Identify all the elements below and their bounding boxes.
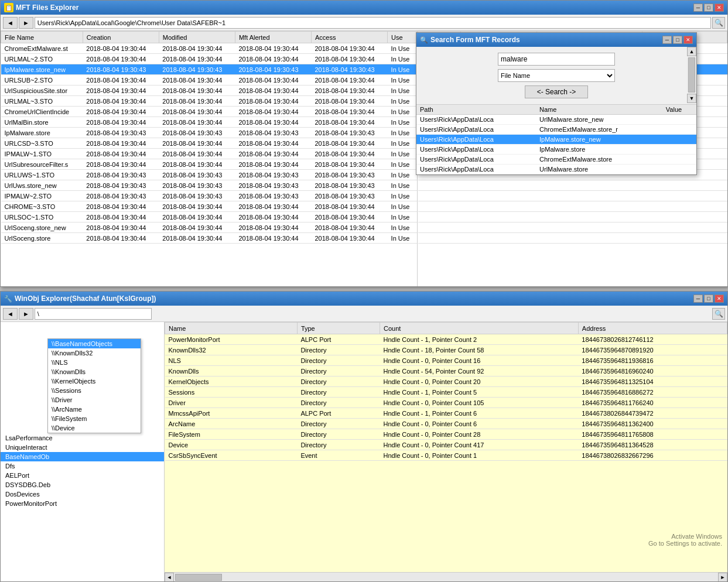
mft-row[interactable]: IpMalware.store2018-08-04 19:30:432018-0… — [1, 128, 417, 138]
col-mft-alerted[interactable]: Mft Alerted — [235, 32, 311, 43]
col-filename[interactable]: File Name — [1, 32, 83, 43]
winobj-tree-item[interactable]: DSYSDBG.Deb — [1, 480, 164, 489]
mft-row[interactable]: ChromeUrlClientIncide2018-08-04 19:30:44… — [1, 107, 417, 117]
winobj-row[interactable]: FileSystemDirectoryHndle Count - 0, Poin… — [165, 429, 727, 440]
winobj-close-btn[interactable]: ✕ — [715, 295, 724, 303]
mft-close-btn[interactable]: ✕ — [715, 4, 724, 12]
search-result-row[interactable]: Users\Rick\AppData\LocaChromeExtMalware.… — [416, 125, 696, 135]
winobj-scrollbar-h[interactable]: ◄ ► — [165, 572, 727, 581]
mft-row[interactable]: UrlMalBin.store2018-08-04 19:30:442018-0… — [1, 117, 417, 128]
search-close-btn[interactable]: ✕ — [683, 36, 693, 44]
autocomplete-item[interactable]: \\Sessions — [48, 386, 141, 395]
autocomplete-item[interactable]: \\BaseNamedObjects — [48, 339, 141, 348]
search-execute-btn[interactable]: <- Search -> — [525, 85, 589, 98]
mft-row[interactable]: ChromeExtMalware.st2018-08-04 19:30:4420… — [1, 43, 417, 54]
mft-right-row[interactable] — [418, 212, 727, 222]
winobj-row[interactable]: KernelObjectsDirectoryHndle Count - 0, P… — [165, 376, 727, 387]
mft-main-table[interactable]: File Name Creation Modified Mft Alerted … — [1, 31, 417, 286]
winobj-col-type[interactable]: Type — [297, 323, 380, 334]
mft-row[interactable]: URLCSD~3.STO2018-08-04 19:30:442018-08-0… — [1, 138, 417, 149]
mft-right-row[interactable] — [418, 233, 727, 244]
col-creation[interactable]: Creation — [83, 32, 159, 43]
autocomplete-item[interactable]: \\Device — [48, 423, 141, 433]
autocomplete-item[interactable]: \\KernelObjects — [48, 376, 141, 386]
winobj-row[interactable]: DeviceDirectoryHndle Count - 0, Pointer … — [165, 440, 727, 450]
mft-row[interactable]: UrlUws.store_new2018-08-04 19:30:432018-… — [1, 180, 417, 191]
mft-right-row[interactable] — [418, 222, 727, 233]
search-result-row[interactable]: Users\Rick\AppData\LocaUrlMalware.store_… — [416, 115, 696, 125]
mft-row[interactable]: IPMALW~2.STO2018-08-04 19:30:432018-08-0… — [1, 191, 417, 201]
search-minimize-btn[interactable]: ─ — [662, 36, 672, 44]
winobj-scroll-right[interactable]: ► — [718, 573, 727, 581]
winobj-tree-item[interactable]: Dfs — [1, 461, 164, 471]
winobj-back-btn[interactable]: ◄ — [3, 308, 18, 320]
search-scrollbar-v[interactable]: ▲ ▼ — [687, 47, 696, 174]
winobj-row[interactable]: MmcssApiPortALPC PortHndle Count - 1, Po… — [165, 408, 727, 419]
mft-row[interactable]: URLUWS~1.STO2018-08-04 19:30:432018-08-0… — [1, 170, 417, 180]
mft-right-row[interactable] — [418, 191, 727, 201]
winobj-row[interactable]: CsrSbSyncEventEventHndle Count - 0, Poin… — [165, 450, 727, 461]
autocomplete-item[interactable]: \\KnownDlls — [48, 367, 141, 376]
winobj-tree-item[interactable]: AELPort — [1, 471, 164, 480]
winobj-minimize-btn[interactable]: ─ — [693, 295, 703, 303]
winobj-row[interactable]: ArcNameDirectoryHndle Count - 0, Pointer… — [165, 419, 727, 429]
winobj-row[interactable]: DriverDirectoryHndle Count - 0, Pointer … — [165, 398, 727, 408]
mft-row[interactable]: UrlSubresourceFilter.s2018-08-04 19:30:4… — [1, 159, 417, 170]
winobj-go-btn[interactable]: 🔍 — [712, 308, 725, 320]
mft-go-btn[interactable]: 🔍 — [712, 17, 725, 29]
winobj-row[interactable]: NLSDirectoryHndle Count - 0, Pointer Cou… — [165, 355, 727, 366]
autocomplete-item[interactable]: \\KnownDlls32 — [48, 348, 141, 358]
winobj-tree-item[interactable]: UniqueInteract — [1, 443, 164, 452]
winobj-tree-item[interactable]: BaseNamedOb — [1, 452, 164, 461]
winobj-forward-btn[interactable]: ► — [19, 308, 33, 320]
mft-row[interactable]: URLSUB~2.STO2018-08-04 19:30:442018-08-0… — [1, 75, 417, 85]
mft-row[interactable]: UrlSuspiciousSite.stor2018-08-04 19:30:4… — [1, 85, 417, 96]
winobj-col-address[interactable]: Address — [578, 323, 727, 334]
mft-forward-btn[interactable]: ► — [19, 17, 33, 29]
winobj-address-bar[interactable] — [35, 308, 152, 320]
winobj-tree-item[interactable]: DosDevices — [1, 489, 164, 499]
autocomplete-item[interactable]: \\FileSystem — [48, 414, 141, 423]
mft-right-row[interactable] — [418, 180, 727, 191]
mft-row[interactable]: IpMalware.store_new2018-08-04 19:30:4320… — [1, 64, 417, 75]
col-modified[interactable]: Modified — [159, 32, 235, 43]
search-col-path[interactable]: Path — [416, 105, 536, 115]
mft-row[interactable]: IPMALW~1.STO2018-08-04 19:30:442018-08-0… — [1, 149, 417, 159]
search-maximize-btn[interactable]: □ — [673, 36, 682, 44]
search-col-name[interactable]: Name — [536, 105, 662, 115]
winobj-row[interactable]: PowerMonitorPortALPC PortHndle Count - 1… — [165, 334, 727, 345]
mft-maximize-btn[interactable]: □ — [704, 4, 713, 12]
mft-minimize-btn[interactable]: ─ — [693, 4, 703, 12]
winobj-col-count[interactable]: Count — [380, 323, 579, 334]
mft-row[interactable]: URLMAL~3.STO2018-08-04 19:30:442018-08-0… — [1, 96, 417, 107]
mft-right-row[interactable] — [418, 201, 727, 212]
winobj-maximize-btn[interactable]: □ — [704, 295, 713, 303]
col-use[interactable]: Use — [388, 32, 417, 43]
search-result-row[interactable]: Users\Rick\AppData\LocaUrlMalware.store — [416, 165, 696, 174]
search-results-panel[interactable]: Path Name Value Users\Rick\AppData\LocaU… — [416, 104, 696, 174]
winobj-row[interactable]: SessionsDirectoryHndle Count - 1, Pointe… — [165, 387, 727, 398]
search-text-input[interactable] — [498, 53, 615, 66]
search-category-select[interactable]: File Name Path Extension Size — [498, 69, 615, 82]
search-scroll-up[interactable]: ▲ — [687, 47, 696, 56]
search-result-row[interactable]: Users\Rick\AppData\LocaChromeExtMalware.… — [416, 155, 696, 165]
mft-row[interactable]: URLMAL~2.STO2018-08-04 19:30:442018-08-0… — [1, 54, 417, 64]
mft-row[interactable]: URLSOC~1.STO2018-08-04 19:30:442018-08-0… — [1, 212, 417, 222]
winobj-tree-item[interactable]: PowerMonitorPort — [1, 499, 164, 508]
mft-row[interactable]: UrlSoceng.store_new2018-08-04 19:30:4420… — [1, 222, 417, 233]
winobj-row[interactable]: KnownDllsDirectoryHndle Count - 54, Poin… — [165, 366, 727, 376]
winobj-table-container[interactable]: Name Type Count Address PowerMonitorPort… — [165, 322, 727, 572]
winobj-row[interactable]: KnownDlls32DirectoryHndle Count - 18, Po… — [165, 345, 727, 355]
search-result-row[interactable]: Users\Rick\AppData\LocaIpMalware.store — [416, 145, 696, 155]
col-access[interactable]: Access — [312, 32, 388, 43]
search-result-row[interactable]: Users\Rick\AppData\LocaIpMalware.store_n… — [416, 135, 696, 145]
mft-row[interactable]: CHROME~3.STO2018-08-04 19:30:442018-08-0… — [1, 201, 417, 212]
autocomplete-item[interactable]: \\Driver — [48, 395, 141, 405]
winobj-scroll-left[interactable]: ◄ — [165, 573, 174, 581]
autocomplete-item[interactable]: \\ArcName — [48, 405, 141, 414]
winobj-autocomplete-dropdown[interactable]: \\BaseNamedObjects\\KnownDlls32\\NLS\\Kn… — [47, 338, 141, 433]
autocomplete-item[interactable]: \\NLS — [48, 358, 141, 367]
search-scroll-down[interactable]: ▼ — [687, 94, 696, 103]
winobj-tree-item[interactable]: LsaPerformance — [1, 433, 164, 443]
mft-address-bar[interactable] — [35, 17, 711, 29]
